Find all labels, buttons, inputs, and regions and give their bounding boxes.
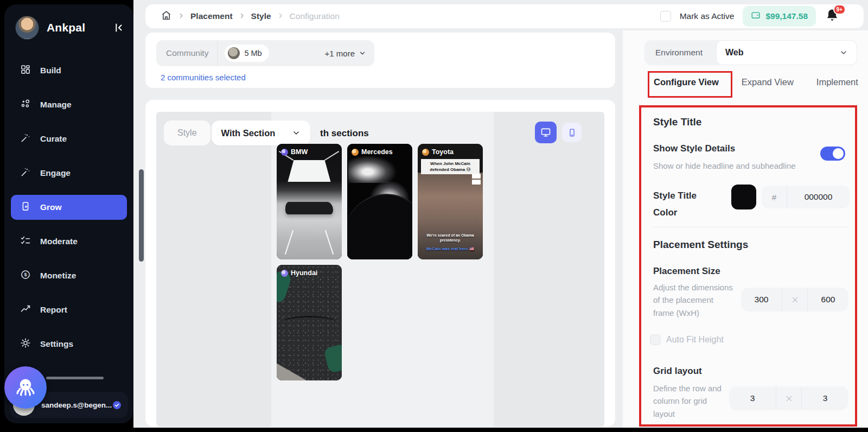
desktop-view-button[interactable] bbox=[535, 122, 557, 143]
breadcrumb-configuration: Configuration bbox=[290, 11, 340, 21]
toyota-meme-caption: When John McCain defended Obama 😅 bbox=[421, 159, 480, 174]
manage-circles-icon bbox=[20, 98, 31, 111]
show-style-details-toggle[interactable] bbox=[820, 147, 845, 161]
avatar[interactable] bbox=[15, 16, 39, 40]
verified-badge-icon bbox=[112, 401, 122, 410]
toyota-corner-badges bbox=[472, 174, 481, 186]
placement-settings-heading: Placement Settings bbox=[653, 239, 748, 251]
chevron-right-icon bbox=[277, 11, 284, 21]
dollar-circle-icon: $ bbox=[20, 269, 31, 282]
card-title: Toyota bbox=[432, 148, 454, 156]
monitor-icon bbox=[540, 127, 551, 138]
communities-selected-link[interactable]: 2 communities selected bbox=[161, 73, 246, 82]
divider bbox=[217, 40, 218, 66]
story-card-mercedes[interactable]: Mercedes bbox=[347, 144, 412, 259]
magic-wand-icon bbox=[20, 132, 31, 145]
bmw-logo-icon bbox=[281, 149, 288, 156]
user-email: sandeep.s@begen... bbox=[41, 401, 112, 409]
show-style-details-label: Show Style Details bbox=[653, 143, 735, 154]
environment-dropdown[interactable]: Web bbox=[716, 40, 857, 65]
chevron-right-icon bbox=[178, 11, 184, 21]
breadcrumb-placement[interactable]: Placement bbox=[190, 11, 233, 21]
phone-icon bbox=[567, 128, 577, 137]
story-card-bmw[interactable]: BMW bbox=[277, 144, 342, 259]
more-communities-dropdown[interactable]: +1 more bbox=[325, 49, 374, 58]
tab-implement[interactable]: Implement bbox=[816, 77, 858, 87]
home-icon[interactable] bbox=[161, 10, 172, 23]
mark-as-active-label: Mark as Active bbox=[680, 11, 735, 21]
checklist-icon bbox=[20, 235, 31, 248]
sidebar-header: Ankpal bbox=[15, 15, 126, 40]
preview-card: th sections Style With Section bbox=[145, 100, 615, 427]
sidebar-item-monetize[interactable]: $ Monetize bbox=[11, 263, 127, 288]
bmw-cars-art bbox=[285, 202, 334, 214]
environment-bar: Environment Web bbox=[644, 40, 857, 65]
sidebar-item-grow[interactable]: Grow bbox=[11, 195, 127, 220]
grid-layout-label: Grid layout bbox=[653, 366, 702, 377]
vertical-scrollbar-thumb[interactable] bbox=[139, 169, 144, 262]
grid-cols-input[interactable]: 3 bbox=[802, 393, 848, 403]
grid-layout-description: Define the row and column for grid layou… bbox=[653, 382, 729, 420]
style-title-color-label: Style Title Color bbox=[653, 188, 718, 221]
sidebar-item-settings[interactable]: Settings bbox=[11, 332, 127, 357]
card-title-row: Hyundai bbox=[281, 269, 317, 277]
tab-expand-view[interactable]: Expand View bbox=[742, 77, 794, 87]
story-card-hyundai[interactable]: Hyundai bbox=[277, 265, 342, 380]
mobile-view-button[interactable] bbox=[562, 123, 582, 142]
sidebar-item-label: Build bbox=[40, 66, 61, 75]
card-title-row: Mercedes bbox=[352, 148, 393, 156]
preview-panel: th sections Style With Section bbox=[156, 112, 604, 427]
style-dropdown[interactable]: With Section bbox=[212, 120, 310, 145]
sidebar-item-build[interactable]: Build bbox=[11, 58, 127, 83]
community-card: Community 5 Mb +1 more 2 communities sel… bbox=[145, 33, 615, 88]
community-chip[interactable]: 5 Mb bbox=[225, 45, 269, 62]
sidebar-item-label: Grow bbox=[40, 202, 62, 212]
auto-fit-height-checkbox[interactable] bbox=[650, 334, 661, 345]
sidebar-scroll-indicator[interactable] bbox=[46, 377, 104, 379]
placement-size-label: Placement Size bbox=[653, 266, 720, 277]
sidebar-item-manage[interactable]: Manage bbox=[11, 92, 127, 117]
mark-as-active-checkbox[interactable] bbox=[660, 11, 671, 22]
tab-configure-view[interactable]: Configure View bbox=[654, 77, 719, 87]
hex-color-input: # 000000 bbox=[762, 186, 850, 208]
grid-layout-inputs: 3 3 bbox=[729, 386, 848, 410]
config-tabs: Configure View Expand View Implement bbox=[654, 77, 858, 87]
auto-fit-height-label: Auto Fit Height bbox=[666, 335, 724, 345]
section-heading-text: th sections bbox=[320, 128, 369, 139]
story-card-toyota[interactable]: When John McCain defended Obama 😅 We're … bbox=[418, 144, 483, 259]
hex-value-field[interactable]: 000000 bbox=[787, 192, 850, 202]
width-input[interactable]: 300 bbox=[741, 295, 782, 304]
magic-wand-icon bbox=[20, 167, 31, 180]
toyota-subtitle-text: We're scared of an Obama presidency. bbox=[422, 233, 479, 244]
times-icon bbox=[782, 296, 807, 304]
placement-size-inputs: 300 600 bbox=[741, 288, 848, 312]
sidebar-item-label: Report bbox=[40, 305, 67, 315]
environment-label: Environment bbox=[644, 48, 716, 58]
grid-rows-input[interactable]: 3 bbox=[729, 393, 776, 403]
toyota-logo-icon bbox=[422, 149, 429, 156]
more-communities-label: +1 more bbox=[325, 49, 355, 58]
wallet-balance[interactable]: $99,147.58 bbox=[743, 6, 816, 27]
chevron-down-icon bbox=[359, 49, 366, 57]
sidebar-collapse-icon[interactable] bbox=[111, 20, 126, 35]
config-panel: Environment Web Configure View Expand Vi… bbox=[623, 30, 868, 428]
sidebar-item-report[interactable]: Report bbox=[11, 297, 127, 322]
color-swatch[interactable] bbox=[731, 185, 756, 209]
sidebar-item-label: Manage bbox=[40, 100, 72, 110]
sidebar-item-curate[interactable]: Curate bbox=[11, 126, 127, 151]
height-input[interactable]: 600 bbox=[808, 295, 848, 304]
sidebar-item-moderate[interactable]: Moderate bbox=[11, 229, 127, 254]
breadcrumb: Placement Style Configuration bbox=[161, 4, 340, 28]
show-style-details-description: Show or hide headline and subheadline bbox=[653, 160, 816, 172]
notification-count-badge: 9+ bbox=[833, 4, 846, 15]
device-toggle-group bbox=[535, 122, 582, 143]
notifications-button[interactable]: 9+ bbox=[825, 8, 842, 25]
brand-name: Ankpal bbox=[47, 21, 85, 34]
style-dropdown-value: With Section bbox=[221, 128, 276, 138]
octopus-chat-button[interactable] bbox=[4, 366, 47, 409]
phone-share-icon bbox=[20, 201, 31, 214]
card-title: BMW bbox=[291, 148, 308, 156]
sidebar-item-engage[interactable]: Engage bbox=[11, 161, 127, 186]
breadcrumb-style[interactable]: Style bbox=[251, 11, 271, 21]
card-title-row: Toyota bbox=[422, 148, 454, 156]
